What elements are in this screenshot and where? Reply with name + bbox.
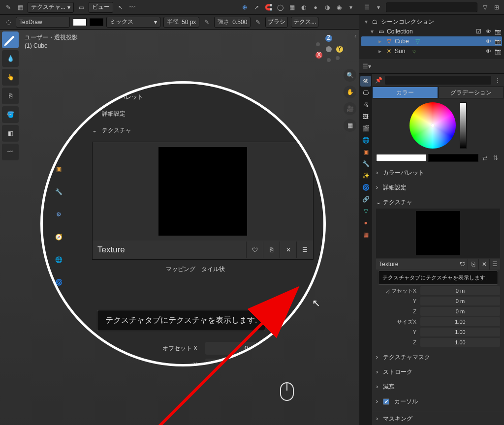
mag-section-advanced[interactable]: ›詳細設定 [77, 105, 314, 122]
fill-tool[interactable]: 🪣 [2, 106, 19, 123]
tab-scene-icon[interactable]: 🎬 [360, 123, 371, 134]
value-slider[interactable] [460, 102, 467, 149]
fake-user-icon[interactable]: 🛡 [246, 242, 263, 258]
clone-tool[interactable]: ⎘ [2, 88, 19, 104]
value-size-z[interactable]: 1.00 [420, 338, 500, 347]
outliner-item-sun[interactable]: ▸☀Sun ☼ [361, 46, 502, 56]
duplicate-texture-icon[interactable]: ⎘ [263, 242, 280, 258]
properties-search[interactable] [385, 76, 491, 85]
color-swatch-primary[interactable] [376, 154, 426, 162]
strength-field[interactable]: 強さ0.500 [214, 17, 251, 28]
filter-icon[interactable]: ▽ [480, 3, 489, 12]
perspective-toggle-icon[interactable]: ▦ [344, 119, 356, 132]
display-mode-icon[interactable]: ▾ [374, 3, 383, 12]
cursor-checkbox[interactable]: ✔ [383, 398, 389, 405]
collapse-gizmo-icon[interactable]: ‹ [354, 32, 356, 39]
swap-colors-icon[interactable]: ⇄ [480, 153, 489, 162]
color-picker[interactable] [372, 98, 504, 152]
section-stroke[interactable]: ›ストローク [376, 366, 500, 377]
tab-mesh-icon[interactable]: ▽ [360, 206, 371, 216]
collection-render-icon[interactable] [494, 28, 502, 35]
section-palette[interactable]: ›カラーパレット [376, 167, 500, 178]
mag-tab-tiling[interactable]: タイル状 [201, 265, 225, 273]
pivot-icon[interactable]: ↗ [252, 3, 261, 12]
section-advanced[interactable]: ›詳細設定 [376, 182, 500, 193]
slot-new-icon[interactable]: ▭ [77, 3, 86, 12]
mag-texture-name-field[interactable]: Texture [93, 245, 246, 255]
mag-value-offset-x[interactable]: 0 m [205, 342, 294, 355]
object-tab-icon[interactable]: 🌐 [52, 253, 65, 267]
editor-type-icon[interactable]: ✎ [4, 3, 13, 12]
unlink-texture-icon[interactable]: ✕ [280, 242, 296, 258]
soften-tool[interactable]: 💧 [2, 50, 19, 67]
tab-color[interactable]: カラー [372, 87, 438, 98]
cube-hide-icon[interactable] [484, 37, 492, 45]
annotate-tool[interactable]: 〰 [2, 144, 19, 160]
active-tool-tab-icon[interactable]: ▣ [52, 162, 65, 176]
radius-pressure-icon[interactable]: ✎ [202, 18, 211, 27]
section-texmask[interactable]: ›テクスチャマスク [376, 352, 500, 363]
mag-value-y[interactable]: 0 m [205, 359, 294, 366]
properties-editor-icon[interactable]: ☰▾ [362, 62, 371, 71]
tab-physics-icon[interactable]: 🌀 [360, 182, 371, 193]
world-tab-icon[interactable]: 🧭 [52, 230, 65, 244]
camera-view-icon[interactable]: 🎥 [344, 102, 356, 115]
draw-tool[interactable] [2, 31, 19, 48]
tab-gradient[interactable]: グラデーション [438, 87, 504, 98]
shading-solid-icon[interactable]: ● [311, 3, 320, 12]
light-data-icon[interactable]: ☼ [410, 47, 418, 55]
texture-fakeuser-icon[interactable]: 🛡 [457, 259, 468, 270]
sun-hide-icon[interactable] [484, 47, 492, 55]
value-offset-y[interactable]: 0 m [420, 297, 500, 305]
primary-color-swatch[interactable] [73, 18, 87, 26]
tab-constraints-icon[interactable]: 🔗 [360, 194, 371, 205]
tab-viewlayer-icon[interactable]: 🖼 [360, 111, 371, 122]
outliner-editor-icon[interactable]: ☰ [362, 3, 371, 12]
shading-wire-icon[interactable]: ◐ [299, 3, 308, 12]
tab-object-icon[interactable]: ▣ [360, 147, 371, 157]
texture-duplicate-icon[interactable]: ⎘ [468, 259, 478, 270]
mag-texture-preview[interactable] [93, 142, 313, 241]
pin-icon[interactable]: 📌 [374, 76, 383, 85]
section-falloff[interactable]: ›減衰 [376, 381, 500, 392]
tab-modifier-icon[interactable]: 🔧 [360, 158, 371, 169]
pan-icon[interactable]: ✋ [344, 86, 356, 98]
value-offset-z[interactable]: 0 m [420, 307, 500, 316]
value-size-y[interactable]: 1.00 [420, 328, 500, 336]
collection-exclude-icon[interactable]: ☑ [474, 28, 482, 35]
shading-matprev-icon[interactable]: ◑ [323, 3, 332, 12]
sun-render-icon[interactable] [494, 47, 502, 55]
scene-tab-icon[interactable]: ⚙ [52, 208, 65, 221]
options-icon[interactable]: ⋮ [493, 76, 502, 85]
brush-preset-icon[interactable]: ◌ [4, 18, 13, 27]
texture-slot-dropdown[interactable]: テクスチャ...▾ [28, 2, 74, 13]
show-texture-tab-icon[interactable]: ☰ [296, 242, 313, 258]
texture-preview[interactable] [376, 209, 500, 258]
secondary-color-swatch[interactable] [90, 18, 103, 26]
nav-gizmo[interactable]: Y Z X [314, 34, 344, 64]
modifier-tab-icon[interactable]: ▽ [52, 298, 65, 312]
section-cursor[interactable]: ›✔カーソル [376, 396, 500, 407]
zoom-icon[interactable]: 🔍 [344, 69, 356, 82]
orientation-icon[interactable]: ⊕ [240, 3, 249, 12]
mesh-data-icon[interactable]: ▽ [414, 37, 422, 45]
tab-active-tool-icon[interactable]: 🛠 [360, 76, 371, 87]
shading-render-icon[interactable]: ◉ [335, 3, 344, 12]
radius-field[interactable]: 半径50 px [163, 17, 199, 28]
tab-material-icon[interactable]: ● [360, 217, 371, 228]
texture-show-tab-icon[interactable]: ☰ [489, 259, 500, 270]
texture-name-field[interactable]: Texture [376, 261, 457, 268]
proportional-icon[interactable]: ◯ [276, 3, 284, 12]
mag-tab-mapping[interactable]: マッピング [166, 265, 195, 273]
material-tab-icon[interactable]: ● [52, 321, 65, 334]
3d-viewport[interactable]: ユーザー・透視投影 (1) Cube 💧 👆 ⎘ 🪣 ◧ 〰 Y Z X ‹ [0, 30, 359, 425]
dropdown-icon[interactable]: ▾ [346, 3, 355, 12]
render-tab-icon[interactable]: 🔧 [52, 185, 65, 199]
overlays-icon[interactable]: ▦ [287, 3, 296, 12]
collection-hide-icon[interactable] [484, 28, 492, 35]
snap-icon[interactable]: 🧲 [264, 3, 273, 12]
outliner-collection[interactable]: ▾▭Collection ☑ [361, 27, 502, 36]
outliner-scene-collection[interactable]: ▾🗀シーンコレクション [361, 17, 502, 27]
section-masking[interactable]: ›マスキング [376, 413, 500, 424]
tab-texture-icon[interactable]: ▦ [360, 229, 371, 240]
